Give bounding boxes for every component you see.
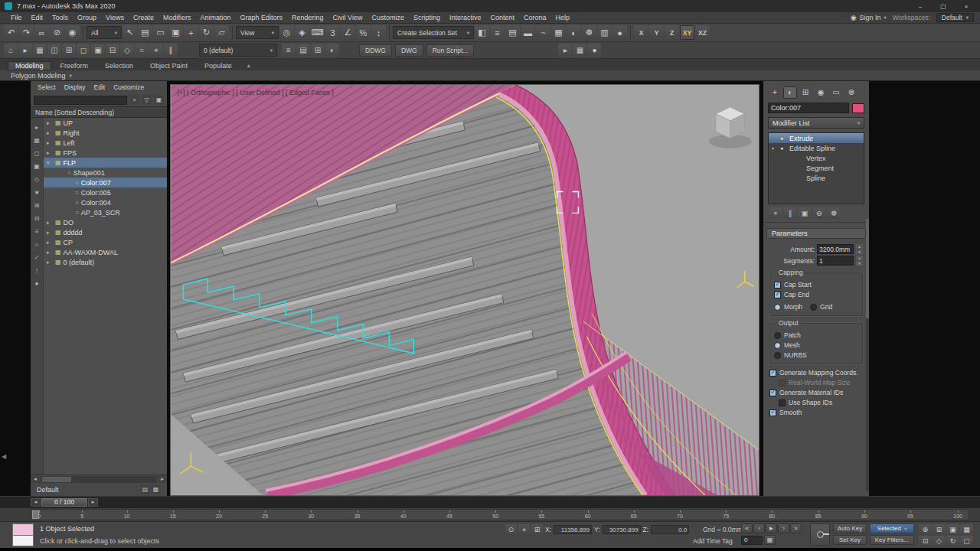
menu-item[interactable]: Civil View [328, 14, 368, 21]
motion-tab[interactable]: ◉ [814, 86, 828, 99]
toolbar-icon[interactable]: ▦ [33, 44, 47, 57]
current-frame-field[interactable]: 0 [741, 536, 763, 545]
menu-item[interactable]: Modifiers [158, 14, 196, 21]
axis-constraint-x-button[interactable]: X [634, 25, 648, 40]
panel-collapse-arrow[interactable]: ◀ [2, 453, 6, 460]
spinner-snap-toggle-icon[interactable]: ↕ [371, 25, 386, 40]
explorer-horizontal-scrollbar[interactable]: ◄ ► [31, 474, 167, 483]
play-button[interactable]: ► [766, 523, 777, 533]
explorer-footer-icon[interactable]: ▤ [140, 484, 150, 494]
grid-radio[interactable]: Grid [810, 303, 832, 311]
generate-material-ids-checkbox[interactable]: Generate Material IDs [769, 389, 863, 396]
scene-explorer-row[interactable]: ▸ ▦ 0 (default) [44, 257, 167, 267]
explorer-menu-item[interactable]: Customize [109, 83, 148, 91]
keyboard-shortcut-override-icon[interactable]: ⌨ [310, 25, 325, 40]
x-coordinate-field[interactable]: 11356.899 [554, 525, 592, 534]
amount-spinner[interactable]: ▴▾ [856, 244, 863, 254]
cap-end-checkbox[interactable]: Cap End [774, 291, 858, 298]
zoom-extents-all-icon[interactable]: ▦ [960, 524, 973, 535]
angle-snap-toggle-icon[interactable]: ∠ [341, 25, 355, 40]
toolbar-icon[interactable]: ◻ [77, 44, 90, 57]
toolbar-icon[interactable]: ◇ [120, 44, 134, 57]
modifier-list-dropdown[interactable]: Modifier List ▾ [768, 117, 864, 129]
next-frame-arrow[interactable]: ► [88, 498, 98, 507]
toolbar-icon[interactable]: ≡ [282, 44, 296, 57]
mirror-icon[interactable]: ◧ [475, 25, 489, 40]
time-slider-handle[interactable]: 0 / 100 [41, 498, 87, 507]
menu-item[interactable]: Group [73, 14, 101, 21]
toolbar-icon[interactable]: ∥ [164, 44, 178, 57]
scene-explorer-row[interactable]: ○ Color:005 [44, 187, 167, 197]
listener-field[interactable] [12, 536, 34, 547]
segments-field[interactable] [817, 256, 854, 266]
macro-recorder-field[interactable] [12, 523, 34, 536]
next-frame-button[interactable]: › [778, 523, 789, 533]
polygon-modeling-panel[interactable]: Polygon Modeling [11, 72, 66, 80]
menu-item[interactable]: Interactive [445, 14, 486, 21]
scene-explorer-row[interactable]: ▸ ▦ AA-WAXM-DWAL [44, 247, 167, 257]
modifier-stack-row[interactable]: Vertex [769, 153, 864, 163]
set-keys-button[interactable] [810, 523, 830, 546]
key-selection-dropdown[interactable]: Selected ▾ [870, 523, 914, 533]
filter-funnel-icon[interactable]: ▽ [142, 95, 152, 105]
menu-item[interactable]: Content [485, 14, 519, 21]
show-end-result-icon[interactable]: ∥ [784, 207, 796, 219]
remove-modifier-icon[interactable]: ⊖ [813, 207, 825, 219]
make-unique-icon[interactable]: ▣ [799, 207, 811, 219]
nurbs-radio[interactable]: NURBS [774, 351, 858, 359]
run-script-button[interactable]: Run Script... [426, 44, 475, 57]
set-key-mode-button[interactable]: Set Key [833, 535, 867, 545]
modifier-visibility-icon[interactable]: ● [780, 145, 786, 151]
explorer-menu-item[interactable]: Edit [90, 83, 109, 91]
explorer-tool-icon[interactable]: ★ [34, 189, 39, 196]
go-to-end-button[interactable]: » [790, 523, 802, 533]
orbit-icon[interactable]: ↻ [946, 536, 959, 546]
create-tab[interactable]: + [768, 86, 782, 99]
dwg-button[interactable]: DWG [395, 44, 423, 57]
scene-explorer-row[interactable]: ○ AP_03_SCR [44, 207, 167, 217]
explorer-tool-icon[interactable]: ✓ [34, 254, 40, 261]
explorer-footer-icon[interactable]: ▦ [151, 484, 161, 494]
explorer-tool-icon[interactable]: ● [35, 280, 39, 287]
scene-explorer-row[interactable]: ▸ ▦ CP [44, 237, 167, 247]
menu-item[interactable]: Corona [519, 14, 551, 21]
layer-dropdown[interactable]: 0 (default) ▾ [199, 44, 277, 57]
axis-constraint-xz-button[interactable]: XZ [695, 25, 710, 40]
patch-radio[interactable]: Patch [774, 331, 858, 339]
redo-icon[interactable]: ↷ [19, 25, 34, 40]
toolbar-icon[interactable]: ▦ [573, 44, 586, 57]
isolate-selection-toggle[interactable]: ⊙ [505, 524, 517, 535]
explorer-menu-item[interactable]: Select [34, 83, 60, 91]
expand-arrow-icon[interactable]: ▸ [47, 220, 53, 226]
scene-explorer-row[interactable]: ▾ ▦ FLP [44, 158, 167, 168]
select-and-link-icon[interactable]: ∞ [34, 25, 49, 40]
utilities-tab[interactable]: ⊗ [844, 86, 858, 99]
maximize-viewport-toggle-icon[interactable]: ▢ [960, 536, 973, 546]
cap-start-checkbox[interactable]: Cap Start [774, 281, 858, 289]
rectangular-selection-region-icon[interactable]: ▭ [153, 25, 168, 40]
current-frame-marker[interactable] [32, 510, 39, 519]
selection-lock-toggle[interactable]: ⌖ [518, 524, 530, 535]
menu-item[interactable]: Rendering [287, 14, 328, 21]
material-editor-icon[interactable]: ◐ [567, 25, 581, 40]
search-input[interactable] [34, 96, 127, 105]
menu-item[interactable]: Graph Editors [235, 14, 287, 21]
go-to-start-button[interactable]: « [741, 523, 753, 533]
explorer-menu-item[interactable]: Display [60, 83, 90, 91]
render-production-icon[interactable]: ● [612, 25, 627, 40]
expand-arrow-icon[interactable]: ▸ [47, 140, 53, 146]
toolbar-icon[interactable]: ◐ [325, 44, 339, 57]
mesh-radio[interactable]: Mesh [774, 341, 858, 349]
tab-object-paint[interactable]: Object Paint [142, 61, 195, 70]
align-icon[interactable]: ≡ [490, 25, 505, 40]
expand-arrow-icon[interactable]: ▸ [47, 249, 53, 256]
toolbar-icon[interactable]: ▣ [91, 44, 105, 57]
toolbar-icon[interactable]: ▤ [296, 44, 310, 57]
scene-explorer-row[interactable]: ▸ ▦ FPS [44, 148, 167, 158]
bind-to-space-warp-icon[interactable]: ◉ [65, 25, 80, 40]
expand-arrow-icon[interactable]: ▸ [47, 120, 53, 126]
axis-constraint-xy-button[interactable]: XY [680, 25, 694, 40]
generate-mapping-coords-checkbox[interactable]: Generate Mapping Coords. [769, 369, 863, 377]
scroll-right-icon[interactable]: ► [158, 475, 167, 484]
field-of-view-icon[interactable]: ⊡ [919, 536, 932, 546]
